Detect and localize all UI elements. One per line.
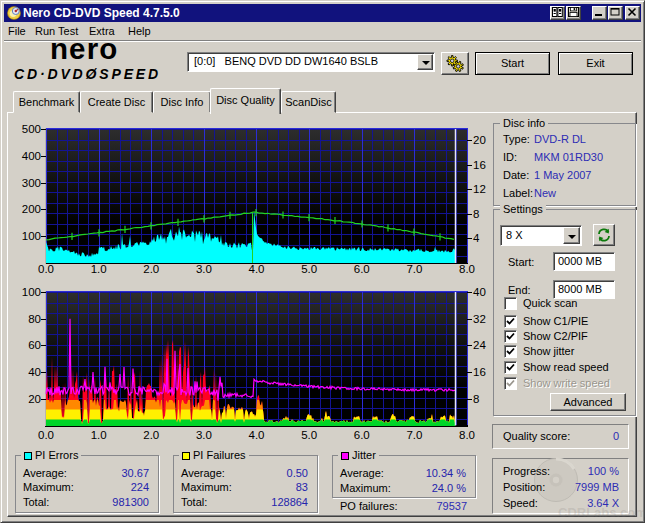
svg-text:2.0: 2.0 [143, 429, 159, 441]
svg-text:3.0: 3.0 [196, 263, 212, 275]
svg-text:2.0: 2.0 [143, 263, 159, 275]
svg-text:8: 8 [473, 208, 479, 220]
svg-text:1.0: 1.0 [91, 263, 107, 275]
svg-text:40: 40 [473, 286, 486, 298]
svg-text:7.0: 7.0 [406, 429, 422, 441]
svg-text:4.0: 4.0 [249, 429, 265, 441]
svg-text:400: 400 [22, 150, 41, 162]
svg-text:20: 20 [28, 393, 41, 405]
svg-text:5.0: 5.0 [301, 263, 317, 275]
svg-text:16: 16 [473, 366, 486, 378]
svg-text:6.0: 6.0 [354, 263, 370, 275]
svg-text:20: 20 [473, 134, 486, 146]
svg-text:5.0: 5.0 [301, 429, 317, 441]
svg-text:100: 100 [22, 286, 41, 298]
svg-text:4.0: 4.0 [249, 263, 265, 275]
svg-text:7.0: 7.0 [406, 263, 422, 275]
svg-text:8: 8 [473, 393, 479, 405]
svg-text:4: 4 [473, 232, 480, 244]
svg-text:60: 60 [28, 339, 41, 351]
svg-text:8.0: 8.0 [459, 263, 475, 275]
svg-text:200: 200 [22, 203, 41, 215]
svg-text:80: 80 [28, 313, 41, 325]
svg-text:24: 24 [473, 339, 486, 351]
svg-text:1.0: 1.0 [91, 429, 107, 441]
svg-text:8.0: 8.0 [459, 429, 475, 441]
svg-text:6.0: 6.0 [354, 429, 370, 441]
svg-text:500: 500 [22, 123, 41, 135]
svg-text:16: 16 [473, 159, 486, 171]
svg-text:100: 100 [22, 230, 41, 242]
svg-text:300: 300 [22, 177, 41, 189]
svg-text:40: 40 [28, 366, 41, 378]
svg-text:0.0: 0.0 [38, 429, 54, 441]
svg-text:3.0: 3.0 [196, 429, 212, 441]
svg-text:32: 32 [473, 313, 486, 325]
svg-text:0.0: 0.0 [38, 263, 54, 275]
svg-text:12: 12 [473, 183, 486, 195]
